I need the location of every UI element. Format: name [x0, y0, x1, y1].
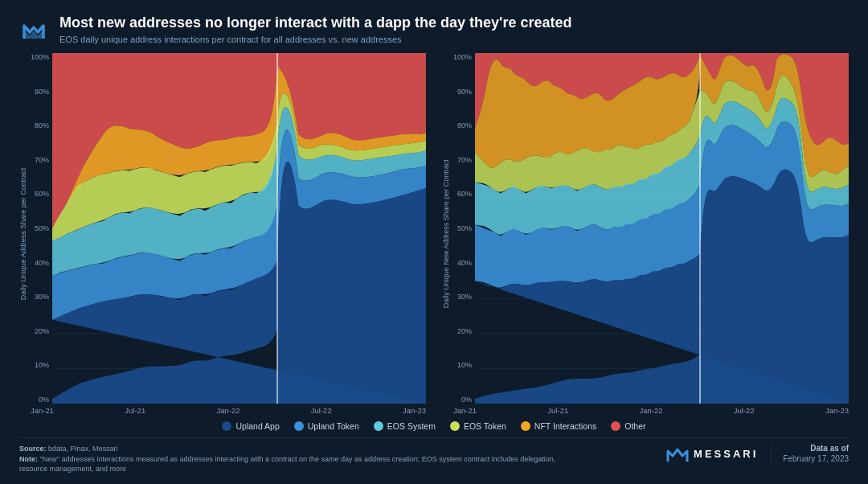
chart-title: Most new addresses no longer interact wi… [59, 14, 849, 32]
data-as-of-date: February 17, 2023 [783, 454, 849, 463]
left-chart-wrapper: Daily Unique Address Share per Contract … [19, 53, 426, 415]
legend-item-eos-token: EOS Token [450, 421, 506, 431]
legend-color-other [611, 421, 620, 431]
messari-logo-icon [666, 445, 689, 462]
right-chart-wrapper: Daily Unique New Address Share per Contr… [442, 53, 849, 415]
right-chart-svg [475, 53, 849, 404]
legend-item-eos-system: EOS System [374, 421, 436, 431]
legend-label-upland-token: Upland Token [308, 421, 359, 431]
left-y-ticks: 100% 90% 80% 70% 60% 50% 40% 30% 20% 10%… [31, 53, 52, 404]
charts-row: Daily Unique Address Share per Contract … [19, 53, 849, 415]
note-text: "New" addresses interactions measured as… [19, 455, 555, 474]
source-line: Source: bdata, Pinax, Messari [19, 444, 566, 454]
header-text: Most new addresses no longer interact wi… [59, 14, 849, 44]
legend-label-nft: NFT Interactions [534, 421, 596, 431]
legend-color-upland-app [222, 421, 231, 431]
legend-item-upland-token: Upland Token [294, 421, 359, 431]
messari-logo: MESSARI [666, 445, 758, 462]
messari-name: MESSARI [694, 448, 758, 460]
left-chart-area: 100% 90% 80% 70% 60% 50% 40% 30% 20% 10%… [31, 53, 426, 415]
legend-color-eos-system [374, 421, 383, 431]
main-container: Most new addresses no longer interact wi… [0, 0, 868, 484]
legend-label-eos-token: EOS Token [464, 421, 506, 431]
right-chart-area: 100% 90% 80% 70% 60% 50% 40% 30% 20% 10%… [453, 53, 849, 415]
right-y-axis-label: Daily Unique New Address Share per Contr… [442, 53, 450, 415]
right-chart-with-axes: Daily Unique New Address Share per Contr… [442, 53, 849, 415]
left-x-axis: Jan-21 Jul-21 Jan-22 Jul-22 Jan-23 [31, 404, 426, 415]
footer-notes: Source: bdata, Pinax, Messari Note: "New… [19, 444, 566, 474]
header: Most new addresses no longer interact wi… [19, 14, 849, 45]
chart-subtitle: EOS daily unique address interactions pe… [59, 35, 849, 44]
data-as-of: Data as of February 17, 2023 [771, 444, 849, 463]
footer: Source: bdata, Pinax, Messari Note: "New… [19, 437, 849, 474]
source-text: bdata, Pinax, Messari [48, 445, 118, 453]
left-chart-with-axes: Daily Unique Address Share per Contract … [19, 53, 426, 415]
legend: Upland App Upland Token EOS System EOS T… [19, 415, 849, 434]
legend-color-upland-token [294, 421, 304, 431]
right-x-axis: Jan-21 Jul-21 Jan-22 Jul-22 Jan-23 [453, 404, 849, 415]
legend-item-upland-app: Upland App [222, 421, 279, 431]
legend-label-other: Other [624, 421, 645, 431]
note-line: Note: "New" addresses interactions measu… [19, 454, 566, 474]
footer-right: MESSARI Data as of February 17, 2023 [666, 444, 849, 463]
left-y-axis-label: Daily Unique Address Share per Contract [19, 53, 27, 415]
header-logo [19, 16, 48, 45]
source-label: Source: [19, 445, 47, 453]
note-label: Note: [19, 455, 38, 463]
legend-color-nft [521, 421, 530, 431]
right-y-ticks: 100% 90% 80% 70% 60% 50% 40% 30% 20% 10%… [453, 53, 475, 404]
left-chart-svg [52, 53, 426, 404]
legend-color-eos-token [450, 421, 460, 431]
legend-item-other: Other [611, 421, 645, 431]
data-as-of-label: Data as of [783, 444, 849, 453]
legend-label-eos-system: EOS System [387, 421, 436, 431]
legend-item-nft: NFT Interactions [521, 421, 596, 431]
legend-label-upland-app: Upland App [235, 421, 279, 431]
